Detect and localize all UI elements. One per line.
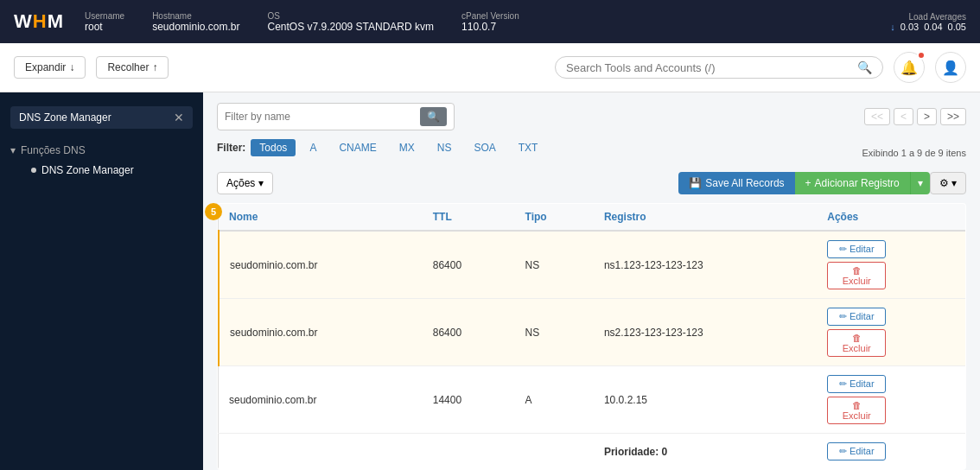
pagination-controls: << < > >> [864, 108, 966, 125]
logo: WHM [14, 10, 64, 33]
exibindo-text: Exibindo 1 a 9 de 9 itens [862, 146, 966, 159]
cell-acoes: ✏ Editar [817, 434, 965, 470]
edit-button[interactable]: ✏ Editar [827, 442, 886, 460]
col-tipo: Tipo [515, 204, 594, 232]
col-nome: Nome [219, 204, 423, 232]
load2: 0.04 [924, 22, 942, 32]
action-cell: ✏ Editar [827, 442, 955, 460]
save-icon: 💾 [689, 177, 702, 189]
add-registro-dropdown[interactable]: ▾ [910, 172, 930, 194]
pagination-next[interactable]: > [917, 108, 937, 125]
edit-button[interactable]: ✏ Editar [827, 240, 886, 258]
action-cell: ✏ Editar 🗑 Excluir [827, 375, 955, 424]
cell-ttl: 86400 [423, 299, 515, 366]
filter-tabs: Filter: Todos A CNAME MX NS SOA TXT [217, 139, 546, 156]
hostname-info: Hostname seudominio.com.br [152, 11, 239, 33]
logo-area: WHM [14, 0, 64, 43]
username-info: Username root [85, 11, 124, 33]
filter-tab-cname[interactable]: CNAME [330, 139, 385, 156]
toolbar-header: Expandir ↓ Recolher ↑ 🔍 🔔 👤 [0, 43, 980, 92]
cpanel-value: 110.0.7 [461, 21, 519, 33]
filter-tab-soa[interactable]: SOA [465, 139, 504, 156]
sidebar: DNS Zone Manager ✕ ▾ Funções DNS DNS Zon… [0, 92, 203, 470]
col-registro: Registro [594, 204, 817, 232]
chevron-down-icon: ▾ [10, 144, 16, 156]
filter-tabs-row: Filter: Todos A CNAME MX NS SOA TXT Exib… [217, 139, 966, 165]
header-info: Username root Hostname seudominio.com.br… [85, 0, 890, 43]
top-header: WHM Username root Hostname seudominio.co… [0, 0, 980, 43]
notification-badge [917, 51, 926, 60]
delete-button[interactable]: 🗑 Excluir [827, 262, 886, 289]
pagination-first[interactable]: << [864, 108, 890, 125]
col-ttl: TTL [423, 204, 515, 232]
delete-button[interactable]: 🗑 Excluir [827, 397, 886, 424]
gear-button[interactable]: ⚙ ▾ [930, 172, 966, 194]
filter-tab-todos[interactable]: Todos [251, 139, 296, 156]
sidebar-section: ▾ Funções DNS DNS Zone Manager [0, 136, 203, 186]
table-row: seudominio.com.br 86400 NS ns2.123-123-1… [219, 299, 966, 366]
load1: 0.03 [900, 22, 919, 32]
edit-button[interactable]: ✏ Editar [827, 308, 886, 326]
hostname-value: seudominio.com.br [152, 21, 239, 33]
edit-button[interactable]: ✏ Editar [827, 375, 886, 393]
action-cell: ✏ Editar 🗑 Excluir [827, 240, 955, 289]
table-row: seudominio.com.br 14400 A 10.0.2.15 ✏ Ed… [219, 366, 966, 434]
sidebar-item-label: DNS Zone Manager [41, 164, 134, 176]
cell-acoes: ✏ Editar 🗑 Excluir [817, 299, 965, 366]
filter-tab-mx[interactable]: MX [391, 139, 423, 156]
os-info: OS CentOS v7.9.2009 STANDARD kvm [268, 11, 435, 33]
os-value: CentOS v7.9.2009 STANDARD kvm [268, 21, 435, 33]
action-bar: Ações ▾ 💾 Save All Records + Adicionar R… [217, 172, 966, 194]
cell-registro: ns2.123-123-123-123 [594, 299, 817, 366]
cell-nome: seudominio.com.br [219, 366, 423, 434]
username-value: root [85, 21, 124, 33]
hostname-label: Hostname [152, 11, 239, 21]
filter-name-input-box: 🔍 [217, 103, 455, 130]
load-averages: Load Averages ↓ 0.03 0.04 0.05 [890, 12, 966, 32]
user-button[interactable]: 👤 [935, 52, 966, 83]
cell-registro: ns1.123-123-123-123 [594, 231, 817, 299]
action-cell: ✏ Editar 🗑 Excluir [827, 308, 955, 357]
cell-nome: seudominio.com.br [219, 299, 423, 366]
pagination-last[interactable]: >> [940, 108, 966, 125]
pagination-prev[interactable]: < [894, 108, 913, 125]
table-body: seudominio.com.br 86400 NS ns1.123-123-1… [219, 231, 966, 470]
col-acoes: Ações [817, 204, 965, 232]
sidebar-search-value: DNS Zone Manager [19, 111, 111, 124]
filter-tab-a[interactable]: A [301, 139, 325, 156]
search-input[interactable] [566, 61, 857, 74]
cell-tipo [515, 434, 594, 470]
acoes-button[interactable]: Ações ▾ [217, 172, 273, 194]
table-row: seudominio.com.br 86400 NS ns1.123-123-1… [219, 231, 966, 299]
cell-registro: 10.0.2.15 [594, 366, 817, 434]
filter-search-button[interactable]: 🔍 [420, 107, 447, 126]
table-header: Nome TTL Tipo Registro Ações [219, 204, 966, 232]
cell-nome: seudominio.com.br [219, 231, 423, 299]
notification-button[interactable]: 🔔 [894, 52, 925, 83]
search-icon-button[interactable]: 🔍 [857, 60, 872, 74]
main-layout: DNS Zone Manager ✕ ▾ Funções DNS DNS Zon… [0, 92, 980, 470]
cell-tipo: A [515, 366, 594, 434]
expand-button[interactable]: Expandir ↓ [14, 56, 86, 79]
filter-tab-txt[interactable]: TXT [510, 139, 547, 156]
sidebar-search-close[interactable]: ✕ [174, 111, 184, 124]
load-values: ↓ 0.03 0.04 0.05 [890, 22, 966, 32]
sidebar-section-header[interactable]: ▾ Funções DNS [10, 141, 193, 160]
filter-label: Filter: [217, 142, 245, 154]
save-all-button[interactable]: 💾 Save All Records [678, 172, 794, 194]
highlighted-badge: 5 [205, 203, 222, 220]
delete-button[interactable]: 🗑 Excluir [827, 329, 886, 357]
add-registro-button[interactable]: + Adicionar Registro [795, 172, 910, 194]
cell-ttl: 14400 [423, 366, 515, 434]
sidebar-item-dns-zone-manager[interactable]: DNS Zone Manager [10, 160, 193, 181]
cell-acoes: ✏ Editar 🗑 Excluir [817, 231, 965, 299]
plus-icon: + [805, 177, 811, 189]
cpanel-info: cPanel Version 110.0.7 [461, 11, 519, 33]
collapse-button[interactable]: Recolher ↑ [96, 56, 169, 79]
sidebar-search-box: DNS Zone Manager ✕ [10, 106, 193, 129]
filter-tab-ns[interactable]: NS [429, 139, 461, 156]
cell-tipo: NS [515, 231, 594, 299]
chevron-down-icon: ▾ [258, 177, 264, 189]
filter-name-input[interactable] [225, 111, 415, 123]
search-bar: 🔍 [555, 56, 883, 79]
